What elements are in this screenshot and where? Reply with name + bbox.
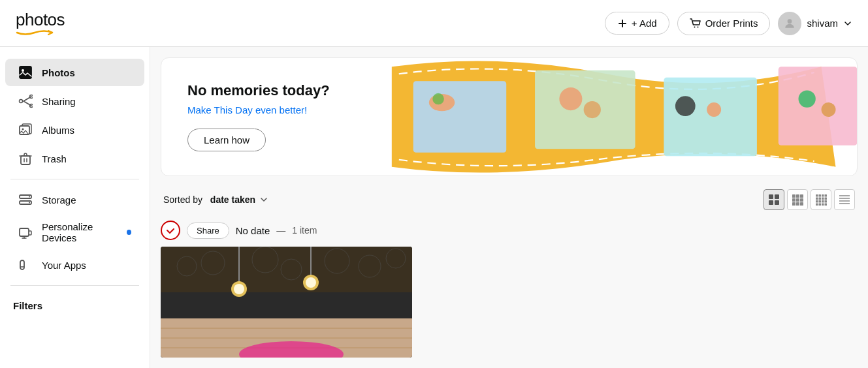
svg-point-24	[432, 93, 444, 105]
sidebar-item-trash[interactable]: Trash	[5, 145, 144, 172]
svg-rect-60	[819, 204, 822, 206]
sidebar-sharing-label: Sharing	[42, 96, 76, 107]
sort-field: date taken	[210, 194, 255, 205]
svg-rect-31	[778, 67, 857, 146]
share-button[interactable]: Share	[187, 222, 229, 239]
svg-point-71	[234, 284, 244, 294]
your-apps-icon	[18, 258, 33, 272]
photo-grid	[161, 247, 858, 358]
learn-how-button[interactable]: Learn how	[187, 129, 266, 151]
logo-arrow-icon	[16, 29, 54, 36]
svg-rect-61	[822, 204, 824, 206]
svg-rect-44	[792, 202, 796, 206]
user-menu[interactable]: shivam	[778, 12, 852, 35]
view-medium-button[interactable]	[787, 189, 808, 210]
svg-rect-10	[21, 156, 30, 164]
banner-text: No memories today? Make This Day even be…	[161, 61, 356, 172]
svg-rect-34	[769, 194, 773, 199]
svg-rect-43	[800, 198, 803, 202]
avatar	[778, 12, 801, 35]
svg-point-32	[798, 90, 815, 107]
svg-rect-55	[816, 200, 818, 203]
svg-point-81	[252, 247, 278, 273]
svg-rect-52	[819, 198, 822, 200]
svg-rect-42	[796, 198, 799, 202]
logo[interactable]: photos	[16, 11, 65, 36]
svg-rect-54	[825, 198, 828, 200]
view-tiny-button[interactable]	[834, 189, 855, 210]
add-label: + Add	[632, 18, 657, 29]
view-small-button[interactable]	[811, 189, 831, 210]
svg-point-26	[559, 87, 582, 110]
view-small-icon	[815, 194, 827, 206]
svg-rect-20	[20, 260, 24, 269]
svg-rect-3	[20, 67, 31, 78]
sidebar-item-sharing[interactable]: Sharing	[5, 87, 144, 115]
sort-bar: Sorted by date taken	[150, 184, 868, 215]
dash-separator: —	[276, 225, 285, 236]
svg-point-82	[281, 259, 302, 280]
svg-point-2	[788, 19, 792, 23]
select-all-circle[interactable]	[161, 221, 180, 240]
view-large-icon	[768, 194, 780, 206]
svg-point-74	[306, 277, 316, 288]
order-prints-button[interactable]: Order Prints	[677, 12, 771, 35]
svg-rect-51	[816, 198, 818, 200]
svg-rect-48	[819, 194, 822, 197]
svg-rect-46	[800, 202, 803, 206]
sidebar-storage-label: Storage	[42, 194, 76, 206]
app-header: photos + Add Order Prints	[0, 0, 868, 47]
svg-rect-50	[825, 194, 828, 197]
svg-rect-53	[822, 198, 824, 200]
view-large-button[interactable]	[764, 189, 784, 210]
view-toggles	[764, 189, 855, 210]
memory-banner: No memories today? Make This Day even be…	[161, 57, 858, 176]
sorted-by-text: Sorted by	[163, 194, 202, 205]
sharing-icon	[18, 94, 33, 108]
sidebar-item-personalize[interactable]: Personalize Devices	[5, 215, 144, 250]
user-name: shivam	[807, 18, 838, 29]
main-content: No memories today? Make This Day even be…	[150, 47, 868, 368]
storage-icon	[18, 192, 33, 207]
photos-icon	[18, 65, 33, 80]
svg-point-1	[697, 26, 698, 27]
svg-rect-56	[819, 200, 822, 203]
sidebar-item-your-apps[interactable]: Your Apps	[5, 251, 144, 279]
header-actions: + Add Order Prints shivam	[605, 12, 852, 35]
svg-rect-47	[816, 194, 818, 197]
svg-point-15	[29, 196, 30, 198]
sidebar-divider-2	[10, 285, 139, 286]
logo-text: photos	[16, 11, 65, 28]
sidebar-albums-label: Albums	[42, 125, 74, 136]
svg-rect-59	[816, 204, 818, 206]
svg-rect-35	[775, 194, 779, 199]
sidebar: Photos Sharing A	[0, 47, 150, 368]
sidebar-item-albums[interactable]: Albums	[5, 116, 144, 144]
add-button[interactable]: + Add	[605, 12, 669, 35]
photos-section: Share No date — 1 item	[150, 215, 868, 363]
sidebar-photos-label: Photos	[42, 67, 75, 78]
banner-subtitle: Make This Day even better!	[187, 104, 330, 115]
banner-title: No memories today?	[187, 82, 330, 99]
sidebar-divider	[10, 179, 139, 179]
svg-rect-45	[796, 202, 799, 206]
photo-thumbnail[interactable]	[161, 247, 412, 358]
chevron-down-icon	[843, 19, 852, 28]
svg-point-7	[20, 100, 23, 103]
svg-point-16	[29, 202, 30, 204]
sort-control[interactable]: Sorted by date taken	[163, 194, 268, 205]
order-prints-label: Order Prints	[705, 18, 758, 29]
svg-rect-36	[769, 200, 773, 205]
svg-rect-22	[413, 81, 506, 153]
svg-point-33	[821, 102, 835, 117]
svg-rect-62	[825, 204, 828, 206]
svg-rect-41	[792, 198, 796, 202]
svg-point-27	[583, 101, 600, 118]
svg-rect-37	[775, 200, 779, 205]
sidebar-personalize-label: Personalize Devices	[42, 221, 115, 243]
albums-icon	[18, 123, 33, 137]
item-count: 1 item	[292, 225, 317, 236]
sidebar-item-storage[interactable]: Storage	[5, 186, 144, 213]
banner-illustration	[356, 58, 857, 176]
sidebar-item-photos[interactable]: Photos	[5, 59, 144, 86]
